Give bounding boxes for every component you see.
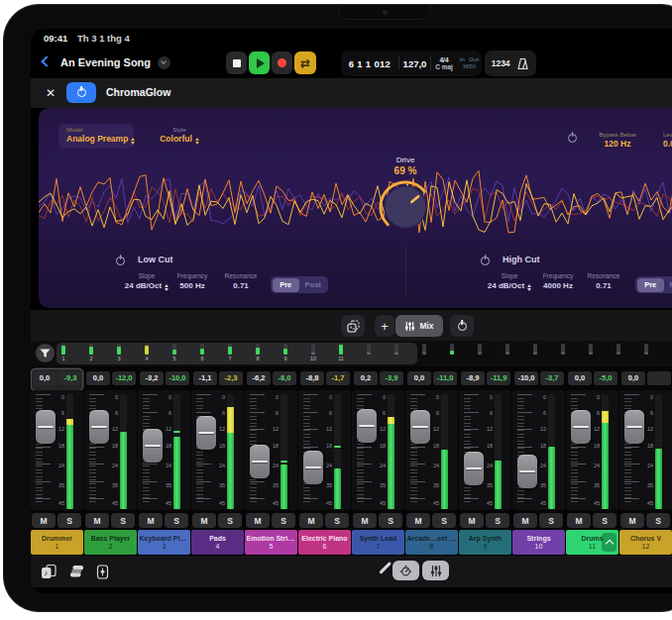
- record-button[interactable]: [272, 52, 292, 74]
- volume-fader[interactable]: [36, 410, 56, 444]
- volume-fader[interactable]: [517, 455, 537, 488]
- mute-button[interactable]: M: [460, 513, 484, 528]
- low-cut-power-icon[interactable]: [116, 257, 125, 265]
- track-name-block[interactable]: Arp Synth 9: [459, 530, 511, 555]
- channel-volume-value[interactable]: -8,9: [461, 371, 485, 385]
- tempo-value[interactable]: 127,0: [399, 58, 430, 69]
- channel-volume-value[interactable]: 0,0: [568, 371, 592, 385]
- regions-button[interactable]: ♪: [39, 563, 58, 580]
- volume-fader[interactable]: [143, 429, 163, 463]
- mute-button[interactable]: M: [139, 513, 163, 528]
- track-name-block[interactable]: Pads 4: [191, 530, 244, 555]
- track-name-block[interactable]: Bass Player 2: [84, 530, 137, 555]
- track-name-block[interactable]: Keyboard Player 3: [138, 530, 190, 555]
- mute-button[interactable]: M: [192, 513, 216, 528]
- song-title[interactable]: An Evening Song: [60, 56, 151, 68]
- solo-button[interactable]: S: [325, 513, 349, 528]
- volume-fader[interactable]: [624, 410, 644, 444]
- stop-button[interactable]: [226, 52, 247, 74]
- plugin-power-button[interactable]: [66, 82, 96, 103]
- channel-volume-value[interactable]: 0,2: [354, 371, 378, 385]
- channel-volume-value[interactable]: 0,0: [407, 371, 431, 385]
- model-value[interactable]: Analog Preamp: [66, 134, 134, 145]
- time-signature[interactable]: 4/4 C maj: [431, 56, 457, 70]
- level-control[interactable]: Level 0.0: [663, 132, 672, 150]
- solo-button[interactable]: S: [272, 513, 295, 528]
- track-name-block[interactable]: Emotion Strings 5: [245, 530, 297, 555]
- solo-button[interactable]: S: [165, 513, 188, 528]
- volume-fader[interactable]: [89, 410, 109, 444]
- solo-button[interactable]: S: [486, 513, 509, 528]
- solo-button[interactable]: S: [646, 513, 670, 528]
- count-in-button[interactable]: 1234: [492, 58, 510, 68]
- solo-button[interactable]: S: [111, 513, 135, 528]
- volume-fader[interactable]: [464, 452, 484, 485]
- pencil-icon[interactable]: [379, 562, 391, 573]
- add-track-button[interactable]: +: [375, 315, 394, 337]
- bypass-power-icon[interactable]: [568, 134, 577, 143]
- volume-fader[interactable]: [357, 409, 377, 443]
- mixer-power-button[interactable]: [450, 315, 474, 337]
- high-cut-power-icon[interactable]: [481, 257, 490, 265]
- mixer-faders-button[interactable]: [422, 561, 449, 580]
- back-icon[interactable]: [41, 55, 52, 66]
- mute-button[interactable]: M: [513, 513, 537, 528]
- volume-fader[interactable]: [303, 451, 323, 484]
- mute-button[interactable]: M: [567, 513, 591, 528]
- style-value[interactable]: Colorful: [150, 134, 209, 145]
- metronome-icon[interactable]: [516, 57, 529, 70]
- pre-button[interactable]: Pre: [273, 278, 300, 292]
- mute-button[interactable]: M: [85, 513, 109, 528]
- level-value[interactable]: 0.0: [663, 139, 672, 150]
- mute-button[interactable]: M: [353, 513, 377, 528]
- pre-button[interactable]: Pre: [637, 278, 665, 292]
- channel-volume-value[interactable]: -8,8: [300, 371, 324, 385]
- model-select[interactable]: Model Analog Preamp: [58, 124, 134, 149]
- mute-button[interactable]: M: [406, 513, 430, 528]
- solo-button[interactable]: S: [539, 513, 563, 528]
- high-cut-resonance[interactable]: Resonance 0.71: [574, 272, 633, 290]
- post-button[interactable]: Post: [299, 278, 327, 292]
- solo-button[interactable]: S: [57, 513, 81, 528]
- solo-button[interactable]: S: [593, 513, 616, 528]
- mute-button[interactable]: M: [620, 513, 644, 528]
- play-button[interactable]: [249, 52, 270, 74]
- volume-fader[interactable]: [410, 410, 430, 444]
- close-icon[interactable]: ✕: [43, 85, 58, 101]
- track-name-block[interactable]: Strings 10: [512, 530, 565, 555]
- solo-button[interactable]: S: [432, 513, 456, 528]
- channel-volume-value[interactable]: -1,1: [193, 371, 217, 385]
- smart-controls-button[interactable]: [392, 561, 419, 580]
- channel-volume-value[interactable]: -6,2: [247, 371, 271, 385]
- bypass-value[interactable]: 120 Hz: [586, 139, 649, 150]
- volume-fader[interactable]: [571, 410, 591, 444]
- track-name-block[interactable]: Drummer 1: [31, 530, 83, 555]
- lcd-display[interactable]: 6 1 1 012 127,0 4/4 C maj InOut MIDI: [341, 51, 482, 76]
- track-stacks-button[interactable]: [66, 563, 86, 580]
- mix-view-button[interactable]: Mix: [395, 315, 443, 337]
- mute-button[interactable]: M: [246, 513, 270, 528]
- track-name-block[interactable]: Electric Piano 6: [298, 530, 351, 555]
- post-button[interactable]: Post: [664, 278, 672, 292]
- duplicate-button[interactable]: [341, 315, 365, 337]
- track-name-block[interactable]: Chorus V 12: [619, 530, 672, 555]
- song-menu[interactable]: An Evening Song: [60, 54, 170, 70]
- chevron-up-button[interactable]: [602, 533, 616, 552]
- chevron-down-icon[interactable]: [158, 56, 170, 69]
- cycle-button[interactable]: ⇄: [294, 52, 316, 74]
- mute-button[interactable]: M: [32, 513, 56, 528]
- filter-button[interactable]: [36, 344, 55, 362]
- channel-volume-value[interactable]: 0,0: [33, 371, 56, 385]
- channel-volume-value[interactable]: 0,0: [86, 371, 110, 385]
- channel-strip-button[interactable]: [92, 563, 112, 580]
- volume-fader[interactable]: [250, 445, 270, 478]
- channel-volume-value[interactable]: -10,0: [514, 371, 538, 385]
- track-name-block[interactable]: Arcade…eet Pad 8: [405, 530, 458, 555]
- bypass-below-control[interactable]: Bypass Below 120 Hz: [586, 132, 649, 150]
- drive-knob[interactable]: [378, 179, 433, 235]
- channel-volume-value[interactable]: -3,2: [140, 371, 164, 385]
- solo-button[interactable]: S: [379, 513, 402, 528]
- low-cut-resonance[interactable]: Resonance 0.71: [211, 272, 271, 290]
- track-name-block[interactable]: Synth Lead 7: [352, 530, 404, 555]
- volume-fader[interactable]: [196, 416, 216, 450]
